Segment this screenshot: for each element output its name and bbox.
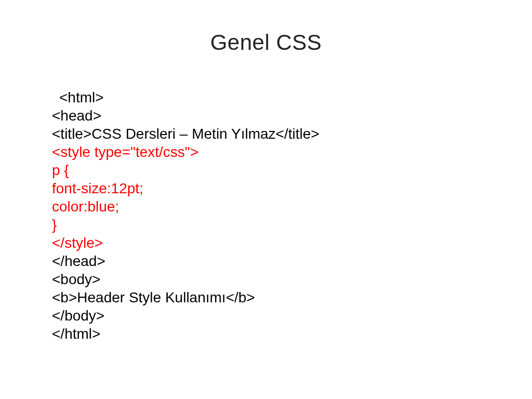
code-line: p {	[52, 161, 320, 179]
code-line: </head>	[52, 252, 320, 270]
code-line: <title>CSS Dersleri – Metin Yılmaz</titl…	[52, 125, 320, 143]
slide: Genel CSS <html> <head> <title>CSS Dersl…	[0, 0, 532, 399]
code-line: </html>	[52, 325, 320, 343]
code-line: <b>Header Style Kullanımı</b>	[52, 288, 320, 307]
code-line: <style type="text/css">	[52, 143, 320, 161]
code-line: <body>	[52, 270, 320, 288]
code-line: }	[52, 216, 320, 234]
code-line: <head>	[52, 107, 320, 125]
code-line: </body>	[52, 307, 320, 325]
code-line: color:blue;	[52, 197, 320, 216]
code-line: </style>	[52, 234, 320, 252]
slide-title: Genel CSS	[0, 0, 532, 55]
code-example: <html> <head> <title>CSS Dersleri – Meti…	[52, 88, 320, 343]
code-line: <html>	[52, 88, 320, 107]
code-line: font-size:12pt;	[52, 179, 320, 197]
